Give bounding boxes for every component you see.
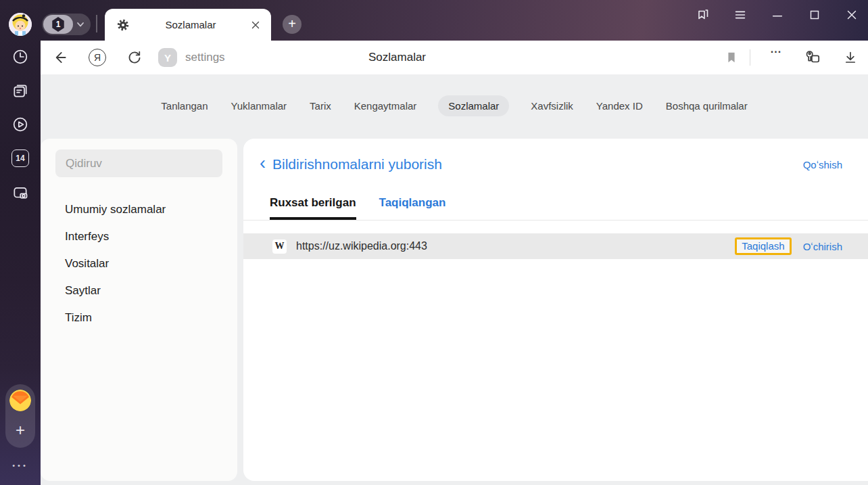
rail-overflow-dots[interactable]: ••• — [0, 461, 41, 469]
nav-kengaytmalar[interactable]: Kengaytmalar — [353, 95, 418, 116]
calendar-icon[interactable]: 14 — [11, 149, 29, 167]
maximize-icon[interactable] — [805, 5, 824, 24]
section-title[interactable]: Bildirishnomalarni yuborish — [272, 156, 442, 172]
menu-vositalar[interactable]: Vositalar — [41, 250, 237, 277]
ban-link[interactable]: Taqiqlash — [742, 240, 784, 252]
wikipedia-favicon: W — [272, 239, 287, 254]
menu-icon[interactable] — [731, 5, 750, 24]
site-url: https://uz.wikipedia.org:443 — [296, 240, 427, 252]
close-icon[interactable] — [842, 5, 861, 24]
tabs-divider — [243, 220, 868, 221]
history-icon[interactable] — [11, 48, 29, 66]
page-title: Sozlamalar — [368, 41, 426, 74]
nav-sozlamalar[interactable]: Sozlamalar — [438, 95, 509, 116]
browser-toolbar: Я Y Sozlamalar ... — [41, 41, 868, 74]
search-input[interactable] — [55, 149, 222, 177]
more-icon[interactable]: ... — [767, 43, 786, 62]
yandex-logo-icon[interactable]: Я — [89, 49, 106, 66]
highlight-annotation-box: Taqiqlash — [735, 237, 791, 255]
permission-row[interactable]: W https://uz.wikipedia.org:443 Taqiqlash… — [243, 233, 868, 259]
reload-icon[interactable] — [125, 48, 144, 67]
back-icon[interactable] — [50, 48, 69, 67]
toolbar-divider — [750, 49, 750, 66]
add-site-link[interactable]: Qoʻshish — [803, 159, 842, 170]
mail-icon[interactable] — [9, 390, 31, 411]
settings-nav: Tanlangan Yuklanmalar Tarix Kengaytmalar… — [41, 95, 868, 116]
tab-ruxsat-berilgan[interactable]: Ruxsat berilgan — [270, 196, 356, 220]
tab-group-counter[interactable]: 1 — [43, 15, 73, 34]
site-identity-icon[interactable]: Y — [158, 48, 177, 67]
tab-title: Sozlamalar — [130, 19, 251, 30]
collections-icon[interactable] — [694, 5, 713, 24]
tabstrip-divider — [96, 15, 97, 32]
avatar-girl-illustration — [9, 13, 32, 36]
menu-interfeys[interactable]: Interfeys — [41, 223, 237, 250]
nav-yuklanmalar[interactable]: Yuklanmalar — [230, 95, 289, 116]
menu-umumiy-sozlamalar[interactable]: Umumiy sozlamalar — [41, 196, 237, 223]
nav-yandex-id[interactable]: Yandex ID — [595, 95, 644, 116]
gear-icon — [116, 18, 130, 32]
rail-widget-pill: + — [5, 384, 35, 448]
nav-xavfsizlik[interactable]: Xavfsizlik — [529, 95, 575, 116]
tab-close-icon[interactable] — [251, 20, 260, 30]
add-panel-icon[interactable]: + — [5, 417, 35, 444]
video-icon[interactable] — [11, 116, 29, 133]
menu-tizim[interactable]: Tizim — [41, 304, 237, 331]
bookmark-icon[interactable] — [722, 48, 741, 67]
browser-tab-settings[interactable]: Sozlamalar — [105, 9, 271, 41]
downloads-icon[interactable] — [841, 48, 860, 67]
minimize-icon[interactable] — [768, 5, 787, 24]
permission-tabs: Ruxsat berilgan Taqiqlangan — [270, 196, 445, 220]
tab-taqiqlangan[interactable]: Taqiqlangan — [379, 196, 446, 220]
remove-link[interactable]: Oʻchirish — [803, 241, 842, 252]
address-input[interactable] — [185, 41, 347, 74]
nav-boshqa-qurilmalar[interactable]: Boshqa qurilmalar — [665, 95, 749, 116]
nav-tanlangan[interactable]: Tanlangan — [160, 95, 209, 116]
browser-window: 1 Sozlamalar + — [0, 0, 868, 485]
back-chevron-icon[interactable]: ‹ — [260, 154, 266, 172]
settings-content: ‹ Bildirishnomalarni yuborish Qoʻshish R… — [243, 139, 868, 481]
profile-avatar[interactable] — [9, 13, 32, 36]
passwords-icon[interactable] — [803, 48, 822, 67]
nav-tarix[interactable]: Tarix — [308, 95, 333, 116]
chevron-down-icon[interactable] — [75, 19, 86, 30]
tab-group-pill[interactable]: 1 — [42, 14, 91, 35]
tab-count-badge: 1 — [52, 17, 65, 32]
feed-icon[interactable] — [11, 82, 29, 99]
screenshot-icon[interactable] — [11, 184, 29, 202]
new-tab-button[interactable]: + — [283, 15, 302, 34]
settings-search[interactable] — [55, 149, 222, 177]
settings-sidebar: Umumiy sozlamalar Interfeys Vositalar Sa… — [41, 139, 237, 481]
menu-saytlar[interactable]: Saytlar — [41, 277, 237, 304]
